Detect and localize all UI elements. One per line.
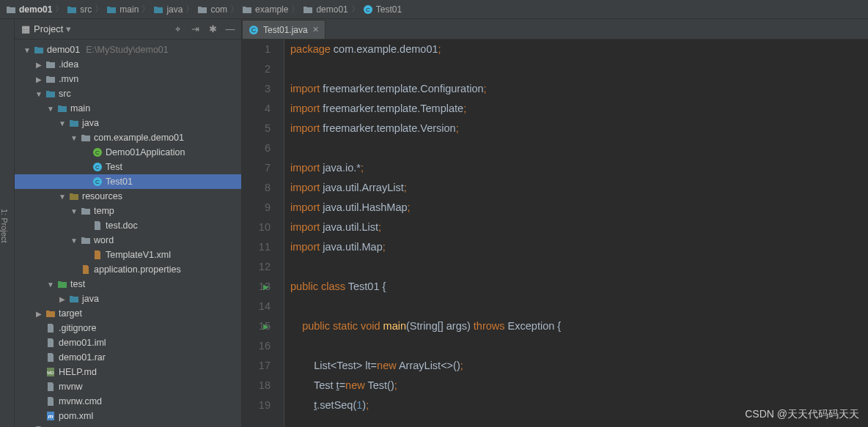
code-line[interactable] xyxy=(290,336,868,356)
tree-row[interactable]: ▶External Libraries xyxy=(15,423,241,427)
project-dropdown-icon[interactable]: ▾ xyxy=(66,23,71,34)
tree-arrow-icon[interactable]: ▼ xyxy=(59,193,66,201)
line-number[interactable]: 4 xyxy=(242,99,271,119)
line-number[interactable]: 3 xyxy=(242,79,271,99)
line-number[interactable]: 19 xyxy=(242,396,271,415)
tree-row[interactable]: mpom.xml xyxy=(15,409,241,423)
breadcrumb-item[interactable]: main xyxy=(106,4,139,15)
breadcrumb-item[interactable]: demo01 xyxy=(303,4,347,15)
tree-arrow-icon[interactable]: ▶ xyxy=(35,61,43,69)
tab-close-icon[interactable]: ✕ xyxy=(312,25,319,34)
breadcrumb-item[interactable]: CTest01 xyxy=(363,4,402,15)
code-line[interactable]: import java.util.ArrayList; xyxy=(290,178,868,198)
code-line[interactable]: List<Test> lt=new ArrayList<>(); xyxy=(290,356,868,376)
code-line[interactable]: public static void main(String[] args) t… xyxy=(290,316,868,336)
code-line[interactable] xyxy=(290,257,868,277)
line-number[interactable]: 18 xyxy=(242,376,271,396)
line-number[interactable]: 6 xyxy=(242,138,271,158)
code-line[interactable]: Test t=new Test(); xyxy=(290,376,868,396)
line-number[interactable]: 16 xyxy=(242,336,271,356)
tree-row[interactable]: ▶.idea xyxy=(15,57,241,72)
tree-arrow-icon[interactable]: ▼ xyxy=(47,105,54,113)
line-number[interactable]: 13▶ xyxy=(242,277,271,297)
locate-icon[interactable]: ⌖ xyxy=(172,24,183,34)
code-line[interactable] xyxy=(290,59,868,79)
code-line[interactable]: package com.example.demo01; xyxy=(290,40,868,59)
tree-row[interactable]: demo01.iml xyxy=(15,335,241,350)
tree-row[interactable]: ▶java xyxy=(15,292,241,306)
project-panel-title[interactable]: ▦ Project ▾ xyxy=(21,23,172,34)
tree-row[interactable]: ▼temp xyxy=(15,204,241,218)
line-number[interactable]: 15▶ xyxy=(242,316,271,336)
line-number[interactable]: 12 xyxy=(242,257,271,277)
tree-row[interactable]: CTest01 xyxy=(15,174,241,189)
tree-row[interactable]: mvnw.cmd xyxy=(15,394,241,409)
tree-arrow-icon[interactable]: ▶ xyxy=(35,310,43,318)
code-line[interactable]: import java.util.Map; xyxy=(290,237,868,257)
tree-arrow-icon[interactable]: ▼ xyxy=(59,119,66,127)
project-tree[interactable]: ▼demo01E:\MyStudy\demo01▶.idea▶.mvn▼src▼… xyxy=(15,40,241,427)
tree-row[interactable]: CTest xyxy=(15,160,241,174)
tree-arrow-icon[interactable]: ▼ xyxy=(70,207,78,215)
code-line[interactable]: import java.io.*; xyxy=(290,158,868,178)
breadcrumb-item[interactable]: example xyxy=(242,4,288,15)
tree-arrow-icon[interactable]: ▶ xyxy=(35,75,43,83)
settings-icon[interactable]: ✱ xyxy=(207,24,218,34)
line-number[interactable]: 10 xyxy=(242,218,271,237)
code-line[interactable] xyxy=(290,138,868,158)
line-number[interactable]: 7 xyxy=(242,158,271,178)
code-line[interactable]: import freemarker.template.Configuration… xyxy=(290,79,868,99)
tree-row[interactable]: ▼resources xyxy=(15,189,241,204)
tree-arrow-icon[interactable]: ▼ xyxy=(23,46,31,54)
tree-row[interactable]: ▶.mvn xyxy=(15,72,241,86)
code-line[interactable] xyxy=(290,297,868,316)
tree-row[interactable]: MDHELP.md xyxy=(15,365,241,379)
tree-arrow-icon[interactable]: ▼ xyxy=(70,237,78,245)
line-number[interactable]: 11 xyxy=(242,237,271,257)
code-line[interactable]: import freemarker.template.Version; xyxy=(290,119,868,138)
tree-row[interactable]: ▼src xyxy=(15,86,241,101)
code-editor[interactable]: 12345678910111213▶1415▶16171819 package … xyxy=(242,40,868,427)
tree-arrow-icon[interactable]: ▶ xyxy=(59,295,66,303)
tree-arrow-icon[interactable]: ▼ xyxy=(47,281,54,289)
breadcrumb-item[interactable]: src xyxy=(67,4,92,15)
run-gutter-icon[interactable]: ▶ xyxy=(263,316,269,336)
tab-test01[interactable]: C Test01.java ✕ xyxy=(242,20,326,39)
code-line[interactable]: import java.util.List; xyxy=(290,218,868,237)
code-line[interactable]: import freemarker.template.Template; xyxy=(290,99,868,119)
tree-arrow-icon[interactable]: ▼ xyxy=(35,90,43,98)
line-gutter[interactable]: 12345678910111213▶1415▶16171819 xyxy=(242,40,284,427)
project-tool-tab[interactable]: 1: Project xyxy=(0,19,15,427)
line-number[interactable]: 9 xyxy=(242,198,271,218)
breadcrumb-item[interactable]: demo01 xyxy=(6,4,52,15)
tree-row[interactable]: .gitignore xyxy=(15,321,241,335)
line-number[interactable]: 14 xyxy=(242,297,271,316)
tree-arrow-icon[interactable]: ▼ xyxy=(70,134,78,142)
tree-row[interactable]: demo01.rar xyxy=(15,350,241,365)
tree-row[interactable]: ▼java xyxy=(15,116,241,130)
tree-row[interactable]: ▶target xyxy=(15,306,241,321)
tree-row[interactable]: test.doc xyxy=(15,218,241,233)
tree-row[interactable]: ▼word xyxy=(15,233,241,248)
code-line[interactable]: import java.util.HashMap; xyxy=(290,198,868,218)
line-number[interactable]: 2 xyxy=(242,59,271,79)
breadcrumb-item[interactable]: java xyxy=(153,4,183,15)
line-number[interactable]: 8 xyxy=(242,178,271,198)
tree-row[interactable]: ▼com.example.demo01 xyxy=(15,130,241,145)
tree-row[interactable]: ▼main xyxy=(15,101,241,116)
tree-row[interactable]: ▼demo01E:\MyStudy\demo01 xyxy=(15,42,241,57)
collapse-icon[interactable]: ⇥ xyxy=(190,24,200,34)
tree-row[interactable]: ▼test xyxy=(15,277,241,292)
line-number[interactable]: 5 xyxy=(242,119,271,138)
breadcrumb-item[interactable]: com xyxy=(197,4,227,15)
tree-row[interactable]: mvnw xyxy=(15,379,241,394)
tree-row[interactable]: application.properties xyxy=(15,262,241,277)
tree-row[interactable]: CDemo01Application xyxy=(15,145,241,160)
hide-icon[interactable]: — xyxy=(225,24,235,34)
breadcrumb[interactable]: demo01〉src〉main〉java〉com〉example〉demo01〉… xyxy=(0,0,868,19)
code-content[interactable]: package com.example.demo01;import freema… xyxy=(284,40,868,427)
code-line[interactable]: public class Test01 { xyxy=(290,277,868,297)
line-number[interactable]: 1 xyxy=(242,40,271,59)
run-gutter-icon[interactable]: ▶ xyxy=(263,277,269,297)
tree-row[interactable]: TemplateV1.xml xyxy=(15,248,241,262)
